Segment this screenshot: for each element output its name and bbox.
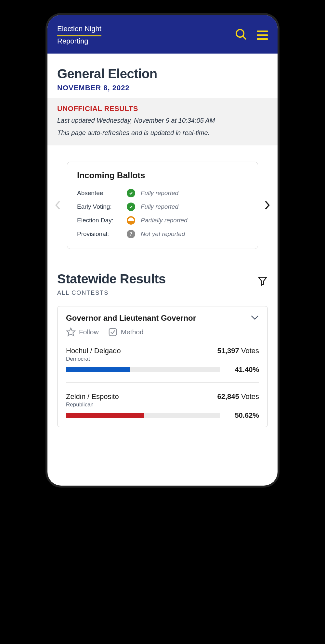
app-header: Election Night Reporting: [47, 15, 278, 54]
filter-icon[interactable]: [257, 276, 268, 287]
svg-rect-4: [109, 328, 116, 336]
ballot-card: Incoming Ballots Absentee: Fully reporte…: [67, 162, 258, 249]
app-title-line2: Reporting: [57, 37, 88, 45]
status-refresh: This page auto-refreshes and is updated …: [57, 128, 268, 138]
results-head: Statewide Results ALL CONTESTS: [47, 262, 278, 300]
search-icon[interactable]: [235, 28, 248, 42]
method-label: Method: [121, 328, 144, 336]
candidate-percent: 50.62%: [227, 411, 259, 420]
svg-point-0: [236, 30, 244, 37]
chevron-down-icon[interactable]: [251, 315, 259, 321]
check-circle-icon: [126, 203, 136, 211]
results-title: Statewide Results: [57, 272, 166, 286]
method-button[interactable]: Method: [108, 327, 144, 337]
contest-actions: Follow Method: [66, 327, 259, 337]
ballot-status: Fully reported: [136, 190, 248, 197]
ballot-row: Early Voting: Fully reported: [77, 200, 248, 214]
ballot-row: Election Day: Partially reported: [77, 214, 248, 227]
app-title: Election Night Reporting: [57, 24, 101, 46]
follow-label: Follow: [79, 328, 99, 336]
candidate-name: Hochul / Delgado: [66, 347, 121, 355]
header-icons: [235, 28, 268, 42]
results-subtitle: ALL CONTESTS: [57, 290, 166, 296]
ballot-card-title: Incoming Ballots: [77, 170, 248, 180]
ballot-label: Absentee:: [77, 190, 126, 197]
phone-frame: Election Night Reporting General Electio…: [39, 6, 286, 494]
ballot-row: Provisional: ? Not yet reported: [77, 227, 248, 241]
progress-bar: [66, 367, 220, 372]
page-date: NOVEMBER 8, 2022: [57, 84, 268, 92]
status-heading: UNOFFICIAL RESULTS: [57, 105, 268, 113]
candidate-party: Democrat: [66, 356, 259, 362]
contest-card: Governor and Lieutenant Governor Follow: [57, 306, 268, 427]
candidate-percent: 41.40%: [227, 365, 259, 374]
candidate-row: Zeldin / Esposito 62,845 Votes Republica…: [66, 383, 259, 420]
candidate-row: Hochul / Delgado 51,397 Votes Democrat 4…: [66, 337, 259, 374]
phone-bezel: Election Night Reporting General Electio…: [46, 13, 280, 488]
ballot-label: Early Voting:: [77, 203, 126, 210]
ballot-row: Absentee: Fully reported: [77, 186, 248, 200]
page-head: General Election NOVEMBER 8, 2022: [47, 54, 278, 98]
chevron-left-icon[interactable]: [53, 199, 62, 212]
ballot-status: Not yet reported: [136, 230, 248, 238]
candidate-name: Zeldin / Esposito: [66, 392, 119, 401]
star-icon: [66, 327, 76, 337]
checkbox-icon: [108, 327, 118, 337]
svg-marker-3: [67, 328, 75, 336]
question-circle-icon: ?: [126, 230, 136, 238]
chevron-right-icon[interactable]: [263, 199, 272, 212]
page-title: General Election: [57, 67, 268, 81]
app-title-line1: Election Night: [57, 24, 101, 36]
ballot-label: Provisional:: [77, 230, 126, 238]
svg-marker-2: [259, 277, 266, 285]
svg-line-1: [243, 36, 246, 39]
status-updated: Last updated Wednesday, November 9 at 10…: [57, 116, 268, 125]
partial-circle-icon: [126, 216, 136, 225]
status-box: UNOFFICIAL RESULTS Last updated Wednesda…: [47, 98, 278, 145]
candidate-votes: 51,397 Votes: [217, 347, 259, 355]
candidate-votes: 62,845 Votes: [217, 392, 259, 401]
screen: Election Night Reporting General Electio…: [47, 15, 278, 486]
progress-fill: [66, 413, 144, 418]
menu-icon[interactable]: [257, 31, 268, 40]
progress-bar: [66, 413, 220, 418]
check-circle-icon: [126, 189, 136, 197]
ballot-status: Fully reported: [136, 203, 248, 210]
candidate-party: Republican: [66, 402, 259, 408]
progress-fill: [66, 367, 130, 372]
ballot-label: Election Day:: [77, 217, 126, 224]
ballot-status: Partially reported: [136, 217, 248, 224]
contest-title: Governor and Lieutenant Governor: [66, 314, 196, 323]
content: General Election NOVEMBER 8, 2022 UNOFFI…: [47, 54, 278, 486]
ballot-carousel: Incoming Ballots Absentee: Fully reporte…: [47, 145, 278, 262]
contest-head: Governor and Lieutenant Governor: [66, 314, 259, 323]
follow-button[interactable]: Follow: [66, 327, 99, 337]
results-titles: Statewide Results ALL CONTESTS: [57, 272, 166, 296]
